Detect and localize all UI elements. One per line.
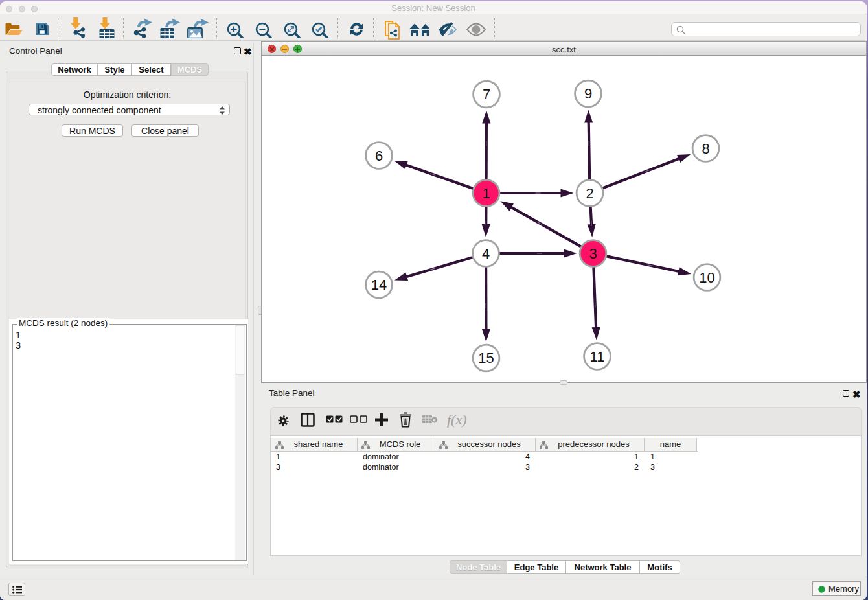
svg-text:3: 3 (589, 246, 597, 262)
svg-text:11: 11 (590, 349, 605, 365)
svg-text:4: 4 (482, 246, 490, 262)
svg-text:2: 2 (586, 185, 593, 202)
svg-text:1: 1 (482, 185, 490, 202)
svg-text:7: 7 (483, 86, 490, 102)
svg-text:8: 8 (702, 141, 709, 157)
svg-text:10: 10 (699, 270, 714, 286)
svg-text:15: 15 (478, 350, 494, 366)
svg-text:14: 14 (371, 277, 387, 293)
svg-text:9: 9 (584, 86, 592, 102)
svg-text:6: 6 (375, 148, 383, 164)
